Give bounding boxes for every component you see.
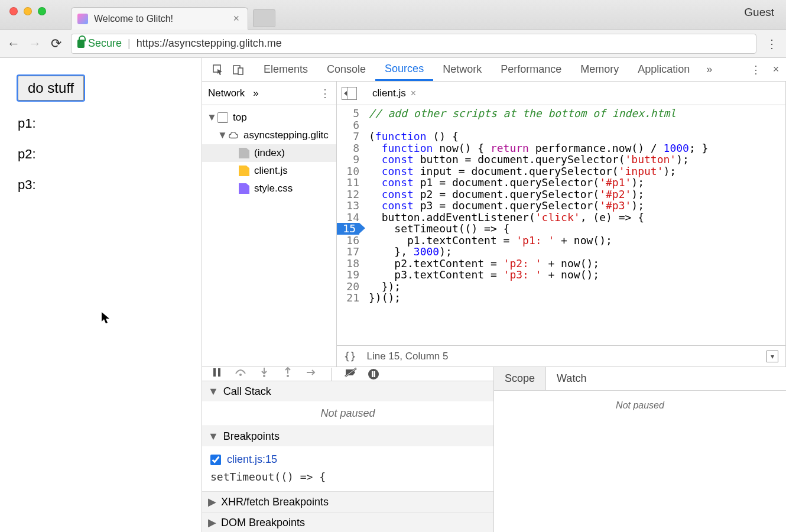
- editor-statusbar: {} Line 15, Column 5 ▾: [337, 345, 785, 366]
- breakpoints-header[interactable]: ▼Breakpoints: [202, 426, 493, 446]
- devtools-menu-icon[interactable]: ⋮: [746, 58, 766, 81]
- callstack-section: ▼Call Stack Not paused: [202, 381, 493, 426]
- tab-application[interactable]: Application: [628, 58, 699, 81]
- more-tabs-icon[interactable]: »: [699, 58, 719, 81]
- file-tab-clientjs[interactable]: client.js ×: [369, 85, 420, 102]
- step-over-icon[interactable]: [234, 368, 247, 380]
- address-bar[interactable]: Secure | https://asyncstepping.glitch.me: [71, 34, 756, 54]
- tree-domain[interactable]: ▼ asyncstepping.glitc: [202, 126, 336, 144]
- tab-title: Welcome to Glitch!: [94, 14, 227, 24]
- css-file-icon: [239, 183, 249, 194]
- callstack-body: Not paused: [202, 401, 493, 426]
- sources-navigator: Network » ⋮ ▼top ▼ asyncstepping.glitc (…: [202, 82, 337, 366]
- navigator-more-tabs-icon[interactable]: »: [253, 87, 258, 99]
- close-window-icon[interactable]: [9, 7, 18, 15]
- close-file-icon[interactable]: ×: [411, 88, 416, 99]
- cursor-position: Line 15, Column 5: [366, 351, 448, 362]
- code-editor-panel: client.js × 5678910111213141516171819202…: [337, 82, 786, 366]
- tab-network[interactable]: Network: [433, 58, 491, 81]
- tree-file-index[interactable]: (index): [202, 144, 336, 162]
- close-tab-icon[interactable]: ×: [233, 12, 239, 25]
- maximize-window-icon[interactable]: [38, 7, 46, 15]
- window-titlebar: Welcome to Glitch! × Guest: [0, 0, 786, 30]
- document-icon: [239, 148, 249, 158]
- svg-rect-10: [372, 371, 373, 377]
- device-toolbar-icon[interactable]: [228, 58, 248, 81]
- pretty-print-icon[interactable]: {}: [344, 351, 356, 362]
- tab-elements[interactable]: Elements: [254, 58, 317, 81]
- navigator-menu-icon[interactable]: ⋮: [320, 87, 330, 100]
- folder-icon: [217, 112, 228, 123]
- deactivate-breakpoints-icon[interactable]: [345, 367, 358, 381]
- step-into-icon[interactable]: [258, 367, 271, 381]
- breakpoints-section: ▼Breakpoints client.js:15 setTimeout(() …: [202, 426, 493, 492]
- back-button[interactable]: ←: [7, 36, 20, 51]
- svg-point-7: [287, 375, 289, 377]
- devtools-tabbar: Elements Console Sources Network Perform…: [202, 58, 786, 82]
- tree-file-stylecss[interactable]: style.css: [202, 180, 336, 197]
- browser-tab[interactable]: Welcome to Glitch! ×: [71, 7, 248, 30]
- forward-button[interactable]: →: [28, 36, 41, 51]
- xhr-breakpoints-section: ▶XHR/fetch Breakpoints: [202, 492, 493, 512]
- tree-root[interactable]: ▼top: [202, 109, 336, 126]
- secure-indicator: Secure: [77, 37, 122, 50]
- tab-performance[interactable]: Performance: [491, 58, 571, 81]
- new-tab-button[interactable]: [253, 9, 275, 27]
- inspect-element-icon[interactable]: [208, 58, 228, 81]
- lock-icon: [77, 40, 85, 48]
- cloud-icon: [228, 130, 239, 141]
- minimize-window-icon[interactable]: [24, 7, 32, 15]
- url-text: https://asyncstepping.glitch.me: [137, 37, 282, 50]
- svg-rect-2: [238, 68, 243, 74]
- file-tree: ▼top ▼ asyncstepping.glitc (index) clien…: [202, 105, 336, 366]
- debugger-panes: ▼Call Stack Not paused ▼Breakpoints clie…: [202, 366, 786, 532]
- browser-toolbar: ← → ⟳ Secure | https://asyncstepping.gli…: [0, 30, 786, 58]
- browser-menu-button[interactable]: ⋮: [765, 37, 779, 51]
- secure-label: Secure: [88, 37, 122, 50]
- tab-watch[interactable]: Watch: [546, 367, 597, 390]
- svg-point-5: [239, 374, 242, 376]
- breakpoint-code: setTimeout(() => {: [209, 469, 486, 488]
- tab-scope[interactable]: Scope: [494, 367, 546, 390]
- toggle-details-icon[interactable]: ▾: [766, 351, 778, 362]
- reload-button[interactable]: ⟳: [50, 36, 63, 51]
- pause-resume-icon[interactable]: [210, 368, 223, 380]
- step-out-icon[interactable]: [281, 367, 294, 381]
- breakpoint-row[interactable]: client.js:15: [209, 450, 486, 469]
- rendered-page: do stuff p1: p2: p3:: [0, 58, 202, 532]
- do-stuff-button[interactable]: do stuff: [18, 76, 84, 100]
- svg-point-6: [263, 375, 265, 377]
- pause-on-exceptions-icon[interactable]: [368, 369, 379, 379]
- step-icon[interactable]: [305, 368, 318, 380]
- traffic-lights: [9, 7, 46, 15]
- svg-rect-4: [218, 368, 220, 377]
- devtools-close-icon[interactable]: ×: [766, 58, 786, 81]
- scope-watch-tabs: Scope Watch: [494, 367, 786, 391]
- tree-file-clientjs[interactable]: client.js: [202, 162, 336, 180]
- p1-text: p1:: [18, 116, 184, 131]
- xhr-breakpoints-header[interactable]: ▶XHR/fetch Breakpoints: [202, 492, 493, 512]
- svg-rect-11: [374, 371, 376, 377]
- dom-breakpoints-section: ▶DOM Breakpoints: [202, 512, 493, 532]
- debugger-toolbar: [202, 367, 493, 381]
- dom-breakpoints-header[interactable]: ▶DOM Breakpoints: [202, 512, 493, 532]
- code-editor[interactable]: 56789101112131415161718192021 // add oth…: [337, 105, 785, 345]
- navigator-tab-network[interactable]: Network: [208, 87, 245, 99]
- mouse-cursor-icon: [102, 312, 110, 324]
- p2-text: p2:: [18, 147, 184, 162]
- scope-body: Not paused: [494, 391, 786, 532]
- tab-memory[interactable]: Memory: [571, 58, 628, 81]
- p3-text: p3:: [18, 177, 184, 193]
- svg-rect-3: [213, 368, 216, 377]
- tab-sources[interactable]: Sources: [375, 58, 433, 81]
- favicon-icon: [77, 14, 88, 24]
- devtools: Elements Console Sources Network Perform…: [202, 58, 786, 532]
- tab-console[interactable]: Console: [317, 58, 375, 81]
- breakpoint-location: client.js:15: [227, 453, 277, 466]
- callstack-header[interactable]: ▼Call Stack: [202, 381, 493, 401]
- profile-guest-label[interactable]: Guest: [744, 6, 774, 19]
- breakpoint-checkbox[interactable]: [210, 455, 221, 465]
- js-file-icon: [239, 166, 249, 176]
- toggle-navigator-icon[interactable]: [342, 87, 357, 100]
